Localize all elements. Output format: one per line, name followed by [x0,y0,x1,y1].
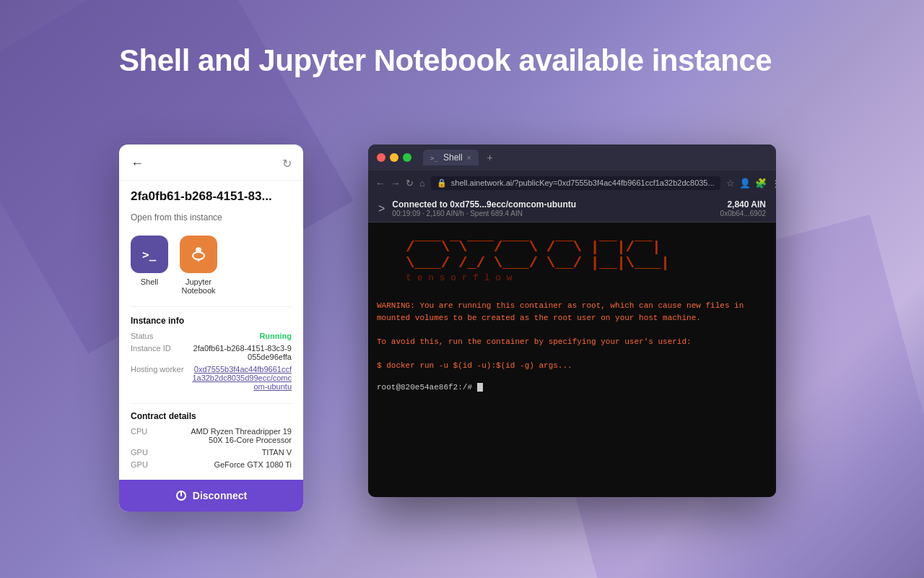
terminal-warning-1: WARNING: You are running this container … [377,300,767,371]
hosting-worker-row: Hosting worker 0xd7555b3f4ac44fb9661ccf1… [131,365,292,391]
back-button[interactable]: ← [131,156,144,171]
bookmark-button[interactable]: ☆ [726,178,735,189]
refresh-nav-button[interactable]: ↻ [406,178,414,189]
connection-address: 0x0b64...6902 [720,210,766,217]
jupyter-app-item: JupyterNotebook [180,236,217,295]
terminal-prompt: root@820e54ae86f2:/# [377,374,767,400]
disconnect-button[interactable]: Disconnect [119,480,303,512]
jupyter-label: JupyterNotebook [181,277,215,295]
terminal-cursor [477,383,483,392]
browser-window: >_ Shell × + ← → ↻ ⌂ 🔒 shell.ainetwork.a… [368,144,776,497]
instance-info-title: Instance info [131,316,292,326]
card-header: ← ↻ [119,144,303,181]
terminal-icon: >_ [139,244,160,264]
new-tab-button[interactable]: + [487,152,493,163]
gpu-value-1: TITAN V [262,448,292,457]
profile-button[interactable]: 👤 [739,178,751,189]
cpu-value: AMD Ryzen Threadripper 1950X 16-Core Pro… [191,427,292,444]
svg-point-2 [193,252,204,259]
more-button[interactable]: ⋮ [771,178,776,189]
instance-id-row: Instance ID 2fa0fb61-b268-4151-83c3-9055… [131,344,292,361]
connection-info: Connected to 0xd755...9ecc/comcom-ubuntu… [392,199,576,217]
disconnect-icon [175,490,187,501]
svg-text:>_: >_ [430,155,438,162]
contract-section-title: Contract details [131,411,292,421]
shell-app-button[interactable]: >_ [131,236,168,273]
maximize-traffic-light[interactable] [403,153,411,162]
toolbar-icons: ☆ 👤 🧩 ⋮ [726,178,776,189]
forward-nav-button[interactable]: → [391,178,400,189]
connection-right: 2,840 AIN 0x0b64...6902 [720,199,766,217]
instance-card: ← ↻ 2fa0fb61-b268-4151-83... Open from t… [119,144,303,512]
gpu-label-1: GPU [131,448,181,457]
status-label: Status [131,332,181,340]
address-text: shell.ainetwork.ai/?publicKey=0xd7555b3f… [451,178,715,187]
gpu-row-2: GPU GeForce GTX 1080 Ti [131,460,292,469]
connection-bar: > Connected to 0xd755...9ecc/comcom-ubun… [368,195,776,223]
extension-button[interactable]: 🧩 [755,178,767,189]
svg-text:t  e  n  s  o  r  f  l  o  w: t e n s o r f l o w [406,272,512,283]
jupyter-icon [188,244,209,264]
shell-label: Shell [141,277,158,286]
terminal-body: /‾‾‾\‾\‾‾‾/‾‾‾\ /‾‾\ |‾‾|/‾‾| \___/ /_/ … [368,223,776,497]
jupyter-app-button[interactable] [180,236,217,273]
tab-terminal-icon: >_ [430,153,439,162]
status-value: Running [259,332,292,340]
connection-prompt-icon: > [378,202,385,215]
ascii-art-svg: /‾‾‾\‾\‾‾‾/‾‾‾\ /‾‾\ |‾‾|/‾‾| \___/ /_/ … [399,231,746,289]
connection-left: > Connected to 0xd755...9ecc/comcom-ubun… [378,199,576,217]
app-icons-row: >_ Shell JupyterNotebook [119,230,303,306]
svg-text:>_: >_ [142,248,157,262]
browser-titlebar: >_ Shell × + [368,144,776,171]
open-from-label: Open from this instance [119,210,303,230]
hosting-worker-value[interactable]: 0xd7555b3f4ac44fb9661ccf1a32b2dc8035d99e… [191,365,292,391]
svg-text:\___/ /_/  \___/ \__/  |__|\__: \___/ /_/ \___/ \__/ |__|\___| [406,255,669,272]
page-container: Shell and Jupyter Notebook available ins… [0,0,924,578]
shell-app-item: >_ Shell [131,236,168,295]
connection-subtitle: 00:19:09 · 2,160 AIN/h · Spent 689.4 AIN [392,210,576,217]
status-row: Status Running [131,332,292,340]
gpu-label-2: GPU [131,460,181,469]
address-bar[interactable]: 🔒 shell.ainetwork.ai/?publicKey=0xd7555b… [431,176,720,190]
gpu-value-2: GeForce GTX 1080 Ti [214,460,292,469]
refresh-button[interactable]: ↻ [282,157,292,171]
traffic-lights [377,153,411,162]
cpu-label: CPU [131,427,181,436]
ascii-logo: /‾‾‾\‾\‾‾‾/‾‾‾\ /‾‾\ |‾‾|/‾‾| \___/ /_/ … [377,231,767,293]
tab-label: Shell [443,152,463,163]
hosting-worker-label: Hosting worker [131,365,183,374]
close-traffic-light[interactable] [377,153,385,162]
cpu-row: CPU AMD Ryzen Threadripper 1950X 16-Core… [131,427,292,444]
disconnect-label: Disconnect [193,490,247,501]
instance-id-text: 2fa0fb61-b268-4151-83... [119,181,303,210]
instance-id-label: Instance ID [131,344,181,353]
instance-info-section: Instance info Status Running Instance ID… [119,307,303,403]
connection-ain: 2,840 AIN [720,199,766,210]
minimize-traffic-light[interactable] [390,153,398,162]
svg-text:/‾‾‾\‾\‾‾‾/‾‾‾\ /‾‾\  |‾‾|/‾‾|: /‾‾‾\‾\‾‾‾/‾‾‾\ /‾‾\ |‾‾|/‾‾| [406,239,661,256]
home-nav-button[interactable]: ⌂ [419,178,425,189]
browser-tab[interactable]: >_ Shell × [423,150,479,165]
contract-section: Contract details CPU AMD Ryzen Threadrip… [119,404,303,480]
instance-id-value: 2fa0fb61-b268-4151-83c3-9055de96effa [191,344,292,361]
svg-point-3 [197,259,200,262]
lock-icon: 🔒 [437,178,447,188]
browser-toolbar: ← → ↻ ⌂ 🔒 shell.ainetwork.ai/?publicKey=… [368,171,776,195]
page-title: Shell and Jupyter Notebook available ins… [119,43,772,78]
connection-title: Connected to 0xd755...9ecc/comcom-ubuntu [392,199,576,210]
back-nav-button[interactable]: ← [375,178,385,189]
tab-close-button[interactable]: × [467,154,471,162]
gpu-row-1: GPU TITAN V [131,448,292,457]
